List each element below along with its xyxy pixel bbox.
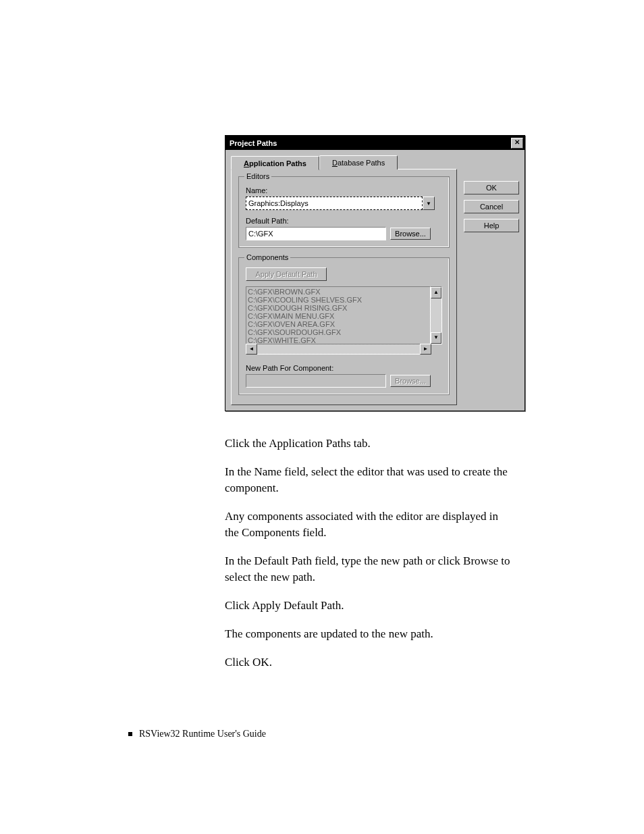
default-path-field[interactable] (246, 227, 386, 240)
browse-default-path-button[interactable]: Browse... (390, 228, 431, 240)
name-label: Name: (246, 186, 442, 194)
components-group: Components Apply Default Path C:\GFX\BRO… (238, 257, 450, 395)
new-path-field[interactable] (246, 374, 386, 388)
titlebar[interactable]: Project Paths ✕ (225, 136, 525, 150)
tab-application-paths[interactable]: Application Paths (231, 156, 319, 170)
help-button[interactable]: Help (464, 219, 519, 232)
browse-new-path-button[interactable]: Browse... (390, 375, 431, 387)
dialog-title: Project Paths (230, 139, 277, 147)
scroll-track[interactable] (431, 298, 441, 332)
list-item[interactable]: C:\GFX\SOURDOUGH.GFX (248, 328, 429, 336)
name-combobox[interactable]: ▼ (246, 197, 435, 210)
apply-default-path-button[interactable]: Apply Default Path (246, 267, 327, 281)
doc-paragraph: Click OK. (225, 654, 515, 671)
cancel-button[interactable]: Cancel (464, 200, 519, 213)
footer-text: RSView32 Runtime User's Guide (139, 729, 266, 739)
scroll-right-icon[interactable]: ► (420, 344, 431, 355)
ok-button[interactable]: OK (464, 181, 519, 194)
scroll-up-icon[interactable]: ▲ (431, 287, 441, 298)
scroll-track-h[interactable] (257, 344, 420, 355)
doc-paragraph: Click Apply Default Path. (225, 598, 515, 614)
list-item[interactable]: C:\GFX\MAIN MENU.GFX (248, 312, 429, 320)
list-item[interactable]: C:\GFX\BROWN.GFX (248, 288, 429, 296)
list-item[interactable]: C:\GFX\COOLING SHELVES.GFX (248, 296, 429, 304)
new-path-label: New Path For Component: (246, 364, 442, 372)
components-listbox[interactable]: C:\GFX\BROWN.GFX C:\GFX\COOLING SHELVES.… (246, 286, 431, 344)
scroll-left-icon[interactable]: ◄ (246, 344, 257, 355)
horizontal-scrollbar[interactable]: ◄ ► (246, 344, 431, 355)
tab-db-label: atabase Paths (338, 159, 385, 167)
doc-paragraph: Click the Application Paths tab. (225, 436, 515, 452)
list-item[interactable]: C:\GFX\OVEN AREA.GFX (248, 320, 429, 328)
doc-paragraph: In the Default Path field, type the new … (225, 553, 515, 585)
chevron-down-icon[interactable]: ▼ (423, 197, 435, 210)
doc-paragraph: Any components associated with the edito… (225, 509, 515, 541)
scroll-down-icon[interactable]: ▼ (431, 332, 441, 344)
close-icon[interactable]: ✕ (511, 138, 523, 149)
page-footer: RSView32 Runtime User's Guide (128, 729, 266, 739)
doc-paragraph: In the Name field, select the editor tha… (225, 464, 515, 496)
bullet-icon (128, 732, 132, 736)
default-path-label: Default Path: (246, 217, 442, 225)
components-group-title: Components (244, 253, 290, 261)
tab-app-label: pplication Paths (249, 159, 306, 167)
document-body: Click the Application Paths tab. In the … (225, 436, 515, 671)
editors-group-title: Editors (244, 172, 271, 180)
vertical-scrollbar[interactable]: ▲ ▼ (431, 286, 442, 344)
project-paths-dialog: Project Paths ✕ Application Paths Databa… (225, 135, 525, 411)
list-item[interactable]: C:\GFX\DOUGH RISING.GFX (248, 304, 429, 312)
name-field[interactable] (246, 197, 423, 210)
editors-group: Editors Name: ▼ Default Path: Browse... (238, 176, 450, 248)
tab-database-paths[interactable]: Database Paths (319, 155, 398, 170)
doc-paragraph: The components are updated to the new pa… (225, 626, 515, 642)
